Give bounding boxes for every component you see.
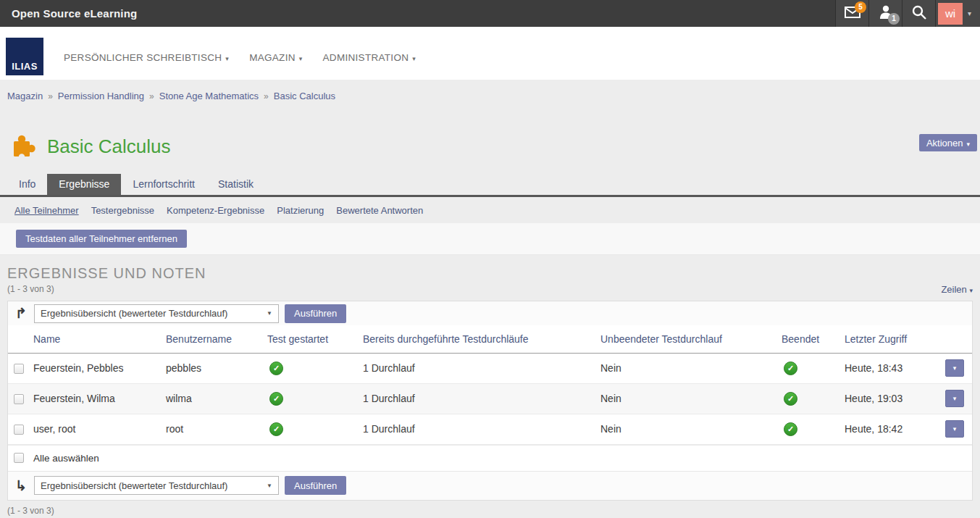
- nav-label: ADMINISTRATION: [323, 52, 409, 63]
- col-header-name[interactable]: Name: [33, 325, 166, 353]
- execute-button-bottom[interactable]: Ausführen: [285, 476, 346, 495]
- col-header-durchlaeufe[interactable]: Bereits durchgeführte Testdurchläufe: [363, 325, 600, 353]
- nav-item-schreibtisch[interactable]: PERSÖNLICHER SCHREIBTISCH▾: [64, 52, 229, 63]
- mail-count-badge: 5: [855, 1, 866, 13]
- chevron-down-icon: ▾: [969, 287, 973, 294]
- execute-button-top[interactable]: Ausführen: [285, 304, 346, 323]
- bulk-action-select-top[interactable]: Ergebnisübersicht (bewerteter Testdurchl…: [34, 304, 279, 323]
- row-actions-dropdown[interactable]: ▾: [945, 420, 964, 438]
- chevron-down-icon: ▾: [968, 9, 971, 17]
- table-meta-row: (1 - 3 von 3) Zeilen ▾: [7, 284, 973, 298]
- chevron-down-icon: ▾: [966, 141, 970, 148]
- table-header-row: Name Benutzername Test gestartet Bereits…: [8, 325, 972, 353]
- ilias-logo[interactable]: ILIAS: [6, 38, 43, 75]
- avatar: wi: [938, 3, 963, 25]
- breadcrumb-item-basic-calculus[interactable]: Basic Calculus: [274, 91, 335, 101]
- bulk-action-toolbar-top: ↱ Ergebnisübersicht (bewerteter Testdurc…: [8, 301, 972, 325]
- breadcrumb-item-stone-age-mathematics[interactable]: Stone Age Mathematics: [159, 91, 259, 101]
- rows-dropdown[interactable]: Zeilen ▾: [941, 284, 973, 295]
- actions-button[interactable]: Aktionen▾: [919, 134, 977, 151]
- cell-unfinished: Nein: [600, 414, 782, 444]
- check-glyph: ✓: [787, 394, 794, 404]
- check-glyph: ✓: [787, 425, 794, 434]
- chevron-down-icon: ▾: [412, 55, 416, 62]
- tab-bar: Info Ergebnisse Lernfortschritt Statisti…: [0, 162, 980, 197]
- subtab-platzierung[interactable]: Platzierung: [277, 205, 324, 216]
- remove-test-data-button[interactable]: Testdaten aller Teilnehmer entfernen: [16, 230, 187, 248]
- col-header-benutzername[interactable]: Benutzername: [166, 325, 267, 353]
- col-header-unbeendeter[interactable]: Unbeendeter Testdurchlauf: [600, 325, 782, 353]
- check-circle-icon: ✓: [269, 422, 283, 436]
- cell-runs: 1 Durchlauf: [363, 383, 600, 414]
- results-section: ERGEBNISSE UND NOTEN (1 - 3 von 3) Zeile…: [0, 255, 980, 518]
- cell-runs: 1 Durchlauf: [363, 414, 600, 444]
- check-circle-icon: ✓: [784, 422, 797, 436]
- check-circle-icon: ✓: [784, 362, 797, 375]
- result-count-top: (1 - 3 von 3): [7, 284, 54, 294]
- results-table: Name Benutzername Test gestartet Bereits…: [8, 325, 972, 445]
- chevron-down-icon: ▾: [953, 364, 957, 372]
- search-button[interactable]: [902, 0, 935, 27]
- col-header-letzter-zugriff[interactable]: Letzter Zugriff: [845, 325, 945, 353]
- cell-name: Feuerstein, Wilma: [33, 383, 166, 414]
- nav-item-administration[interactable]: ADMINISTRATION▾: [323, 52, 416, 63]
- who-is-online-button[interactable]: 1: [868, 0, 902, 27]
- cell-unfinished: Nein: [600, 353, 782, 383]
- cell-username: pebbles: [166, 353, 267, 383]
- cell-username: wilma: [166, 383, 267, 414]
- chevron-down-icon: ▾: [953, 395, 957, 402]
- section-heading: ERGEBNISSE UND NOTEN: [7, 255, 973, 282]
- apply-above-arrow-icon: ↱: [15, 305, 34, 322]
- select-all-checkbox[interactable]: [14, 453, 24, 463]
- search-icon: [912, 5, 926, 22]
- bulk-action-selected-value: Ergebnisübersicht (bewerteter Testdurchl…: [41, 308, 227, 319]
- page-title: Basic Calculus: [47, 135, 171, 158]
- cell-last-access: Heute, 19:03: [845, 383, 945, 414]
- main-nav: PERSÖNLICHER SCHREIBTISCH▾ MAGAZIN▾ ADMI…: [64, 52, 416, 63]
- user-menu-button[interactable]: wi ▾: [935, 0, 980, 27]
- top-bar: Open Source eLearning 5 1 wi ▾: [0, 0, 980, 27]
- check-glyph: ✓: [787, 364, 794, 373]
- apply-below-arrow-icon: ↳: [15, 477, 34, 494]
- actions-label: Aktionen: [926, 138, 963, 149]
- nav-item-magazin[interactable]: MAGAZIN▾: [249, 52, 302, 63]
- row-actions-dropdown[interactable]: ▾: [945, 359, 964, 377]
- topbar-actions: 5 1 wi ▾: [835, 0, 980, 27]
- chevron-down-icon: ▾: [953, 425, 957, 433]
- select-caret-icon: ▼: [267, 310, 272, 317]
- row-checkbox[interactable]: [14, 425, 24, 435]
- check-circle-icon: ✓: [784, 392, 797, 406]
- select-all-label: Alle auswählen: [33, 453, 99, 464]
- subtab-bewertete-antworten[interactable]: Bewertete Antworten: [336, 205, 423, 216]
- tab-info[interactable]: Info: [7, 174, 47, 195]
- subtab-kompetenz-ergebnisse[interactable]: Kompetenz-Ergebnisse: [167, 205, 264, 216]
- tab-ergebnisse[interactable]: Ergebnisse: [47, 174, 121, 195]
- cell-last-access: Heute, 18:42: [845, 414, 945, 444]
- online-count-badge: 1: [888, 13, 900, 25]
- main-header: ILIAS PERSÖNLICHER SCHREIBTISCH▾ MAGAZIN…: [0, 27, 980, 80]
- col-header-test-gestartet[interactable]: Test gestartet: [267, 325, 363, 353]
- bulk-action-toolbar-bottom: ↳ Ergebnisübersicht (bewerteter Testdurc…: [8, 471, 972, 500]
- breadcrumb-separator: »: [48, 91, 53, 101]
- mail-button[interactable]: 5: [835, 0, 868, 27]
- app-title: Open Source eLearning: [12, 7, 137, 20]
- row-checkbox[interactable]: [14, 394, 24, 404]
- select-caret-icon: ▼: [267, 483, 272, 489]
- check-circle-icon: ✓: [269, 392, 283, 406]
- row-checkbox[interactable]: [14, 364, 24, 374]
- breadcrumb-item-magazin[interactable]: Magazin: [7, 91, 43, 101]
- bulk-action-select-bottom[interactable]: Ergebnisübersicht (bewerteter Testdurchl…: [34, 476, 279, 495]
- select-all-row: Alle auswählen: [8, 445, 972, 471]
- breadcrumb: Magazin»Permission Handling»Stone Age Ma…: [0, 80, 980, 112]
- tab-lernfortschritt[interactable]: Lernfortschritt: [121, 174, 206, 195]
- col-header-beendet[interactable]: Beendet: [782, 325, 845, 353]
- tab-statistik[interactable]: Statistik: [206, 174, 265, 195]
- row-actions-dropdown[interactable]: ▾: [945, 390, 964, 407]
- subtab-alle-teilnehmer[interactable]: Alle Teilnehmer: [14, 205, 79, 216]
- cell-last-access: Heute, 18:43: [845, 353, 945, 383]
- subtab-testergebnisse[interactable]: Testergebnisse: [91, 205, 154, 216]
- nav-label: MAGAZIN: [249, 52, 296, 63]
- table-row: Feuerstein, Wilma wilma ✓ 1 Durchlauf Ne…: [8, 383, 972, 414]
- chevron-down-icon: ▾: [299, 55, 303, 62]
- breadcrumb-item-permission-handling[interactable]: Permission Handling: [58, 91, 144, 101]
